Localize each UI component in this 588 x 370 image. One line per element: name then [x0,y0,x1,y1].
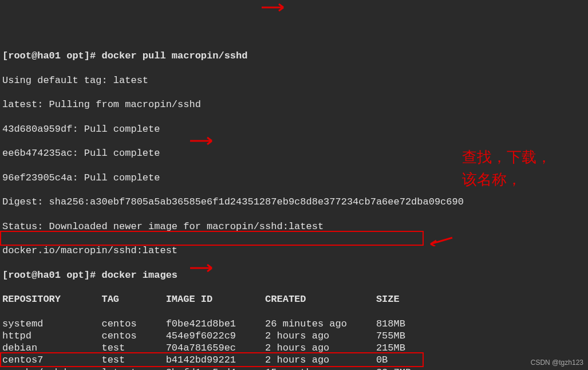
pull-output-line: Using default tag: latest [2,74,586,86]
pull-output-line: 43d680a959df: Pull complete [2,123,586,135]
command-images: docker images [101,270,177,281]
annotation-text: 查找，下载，该名称， [462,146,565,191]
images-header: REPOSITORY TAG IMAGE ID CREATED SIZE [2,293,586,305]
command-pull: docker pull macropin/sshd [101,50,247,61]
pull-output-line: docker.io/macropin/sshd:latest [2,245,586,257]
arrow-annotation-icon [189,263,218,273]
terminal-line: [root@ha01 opt]# docker pull macropin/ss… [2,50,586,62]
image-row: centos7 test b4142bd99221 2 hours ago 0B [2,354,586,366]
arrow-annotation-icon [429,236,458,246]
arrow-annotation-icon [261,2,289,13]
pull-output-line: latest: Pulling from macropin/sshd [2,99,586,111]
watermark: CSDN @tgzh123 [531,359,583,367]
highlight-box [0,231,424,246]
prompt: [root@ha01 opt]# [2,50,101,61]
prompt: [root@ha01 opt]# [2,270,101,281]
image-row: debian test 704a781659ec 2 hours ago 215… [2,342,586,354]
arrow-annotation-icon [189,136,218,146]
image-row: httpd centos 454e9f6022c9 2 hours ago 75… [2,330,586,342]
pull-output-line: Digest: sha256:a30ebf7805a5ab36585e6f1d2… [2,196,586,208]
pull-output-line: Status: Downloaded newer image for macro… [2,221,586,233]
image-row: systemd centos f0be421d8be1 26 minutes a… [2,318,586,330]
terminal-line: [root@ha01 opt]# docker images [2,269,586,281]
image-row: panubo/sshd latest 2befd1cc5cd4 15 month… [2,367,586,371]
